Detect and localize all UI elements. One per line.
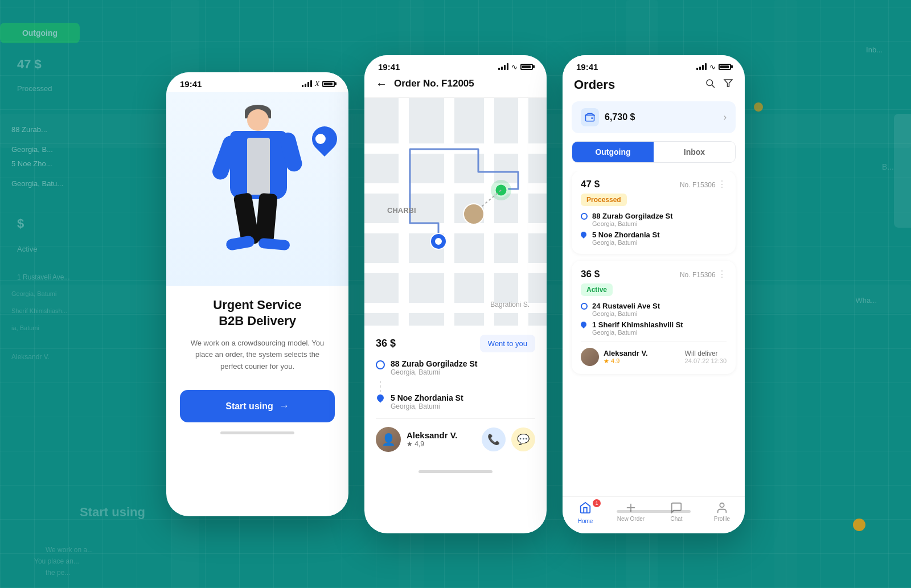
order-2-from-street: 24 Rustaveli Ave St bbox=[592, 302, 660, 310]
battery-icon-3 bbox=[719, 64, 731, 70]
courier-shoe-left bbox=[225, 235, 256, 250]
balance-row[interactable]: 6,730 $ › bbox=[572, 101, 736, 133]
will-deliver-label: Will deliver bbox=[685, 349, 727, 357]
order-1-addresses: 88 Zurab Gorgiladze St Georgia, Batumi 5… bbox=[581, 212, 727, 246]
svg-point-14 bbox=[720, 503, 724, 507]
phone1-text-area: Urgent ServiceB2B Delivery We work on a … bbox=[166, 286, 348, 379]
order-1-status-badge: Processed bbox=[581, 194, 627, 206]
order-2-delivery-status: Will deliver 24.07.22 12:30 bbox=[685, 349, 727, 364]
courier-illustration bbox=[206, 109, 309, 269]
status-icons-1: 𝛸 bbox=[302, 79, 335, 88]
status-time-1: 19:41 bbox=[180, 79, 202, 89]
signal-icon-1 bbox=[302, 80, 312, 87]
order-2-to-icon bbox=[581, 322, 588, 328]
signal-icon-3 bbox=[696, 63, 707, 70]
order-1-from-icon bbox=[581, 213, 588, 220]
start-arrow-icon: → bbox=[279, 400, 289, 412]
message-button[interactable]: 💬 bbox=[511, 427, 535, 451]
to-pin-head bbox=[376, 393, 385, 402]
address-divider bbox=[380, 381, 381, 392]
status-time-2: 19:41 bbox=[378, 62, 400, 72]
order-1-from-row: 88 Zurab Gorgiladze St Georgia, Batumi bbox=[581, 212, 727, 227]
order-1-to-city: Georgia, Batumi bbox=[592, 239, 659, 246]
nav-item-chat[interactable]: Chat bbox=[654, 501, 699, 524]
order-1-price: 47 $ bbox=[581, 179, 600, 190]
order-1-menu-icon[interactable]: ⋮ bbox=[717, 179, 727, 189]
filter-button[interactable] bbox=[723, 78, 733, 91]
nav-chat-label: Chat bbox=[670, 516, 682, 522]
phone-onboarding: 19:41 𝛸 bbox=[166, 72, 348, 516]
balance-chevron-icon: › bbox=[724, 112, 727, 122]
courier-head bbox=[247, 109, 269, 131]
start-using-button[interactable]: Start using → bbox=[180, 390, 335, 422]
illustration-area bbox=[166, 92, 348, 286]
from-address-icon bbox=[376, 360, 385, 369]
order-detail-card: 36 $ Went to you 88 Zurab Gorgiladze St … bbox=[364, 326, 547, 461]
order-2-to-city: Georgia, Batumi bbox=[592, 329, 683, 336]
home-icon bbox=[579, 501, 592, 514]
order-item-2-header: 36 $ No. F15306 ⋮ bbox=[581, 269, 727, 280]
back-button[interactable]: ← bbox=[376, 77, 387, 91]
went-to-you-button[interactable]: Went to you bbox=[480, 335, 535, 352]
order-1-to-icon bbox=[581, 232, 588, 239]
wifi-icon-2: ∿ bbox=[511, 63, 518, 71]
order-1-to-street: 5 Noe Zhordania St bbox=[592, 231, 659, 239]
to-address-icon bbox=[376, 394, 385, 404]
order-2-number: No. F15306 ⋮ bbox=[680, 269, 727, 279]
order-1-from-text: 88 Zurab Gorgiladze St Georgia, Batumi bbox=[592, 212, 673, 227]
courier-name: Aleksandr V. bbox=[407, 430, 458, 440]
order-2-addresses: 24 Rustaveli Ave St Georgia, Batumi 1 Sh… bbox=[581, 302, 727, 336]
order-2-menu-icon[interactable]: ⋮ bbox=[717, 269, 727, 279]
pin-head bbox=[307, 121, 342, 156]
action-buttons: 📞 💬 bbox=[482, 427, 535, 451]
balance-left: 6,730 $ bbox=[581, 108, 635, 126]
order-2-courier-avatar bbox=[581, 348, 599, 366]
courier-preview-left: Aleksandr V. ★ 4.9 bbox=[581, 348, 648, 366]
search-button[interactable] bbox=[705, 78, 715, 91]
order-detail-header: ← Order No. F12005 bbox=[364, 75, 547, 98]
nav-item-profile[interactable]: Profile bbox=[699, 501, 745, 524]
order-1-to-text: 5 Noe Zhordania St Georgia, Batumi bbox=[592, 231, 659, 246]
delivery-time: 24.07.22 12:30 bbox=[685, 357, 727, 364]
map-bagrationi-label: Bagrationi S. bbox=[490, 301, 530, 309]
phone-button[interactable]: 📞 bbox=[482, 427, 506, 451]
home-badge: 1 bbox=[593, 499, 601, 507]
svg-point-3 bbox=[463, 204, 484, 224]
nav-item-new-order[interactable]: New Order bbox=[608, 501, 654, 524]
phone-orders-list: 19:41 ∿ Orders bbox=[563, 55, 745, 533]
map-area: CHARBI Bagrationi S. bbox=[364, 98, 547, 326]
nav-new-order-label: New Order bbox=[617, 516, 645, 522]
order-1-to-row: 5 Noe Zhordania St Georgia, Batumi bbox=[581, 231, 727, 246]
home-indicator-1 bbox=[220, 431, 294, 434]
order-2-from-icon bbox=[581, 303, 588, 310]
home-indicator-3 bbox=[617, 510, 691, 513]
courier-rating: ★ 4,9 bbox=[407, 440, 458, 448]
tab-inbox[interactable]: Inbox bbox=[654, 142, 735, 162]
nav-home-label: Home bbox=[578, 518, 593, 524]
order-1-from-city: Georgia, Batumi bbox=[592, 220, 673, 227]
courier-info: 👤 Aleksandr V. ★ 4,9 bbox=[376, 427, 458, 452]
order-1-from-street: 88 Zurab Gorgiladze St bbox=[592, 212, 673, 220]
nav-profile-label: Profile bbox=[714, 516, 730, 522]
tab-outgoing[interactable]: Outgoing bbox=[572, 142, 654, 162]
status-bar-2: 19:41 ∿ bbox=[364, 55, 547, 75]
status-icons-3: ∿ bbox=[696, 63, 731, 71]
from-city: Georgia, Batumi bbox=[391, 368, 477, 376]
phones-container: 19:41 𝛸 bbox=[166, 55, 745, 533]
svg-point-11 bbox=[592, 117, 593, 118]
courier-shirt bbox=[247, 138, 270, 195]
order-price-row: 36 $ Went to you bbox=[376, 335, 535, 352]
to-street: 5 Noe Zhordania St bbox=[391, 393, 463, 402]
profile-icon bbox=[716, 501, 728, 514]
order-item-1-header: 47 $ No. F15306 ⋮ bbox=[581, 179, 727, 190]
nav-item-home[interactable]: 1 Home bbox=[563, 501, 608, 524]
location-pin-large bbox=[312, 126, 337, 158]
order-2-to-street: 1 Sherif Khimshiashvili St bbox=[592, 320, 683, 329]
battery-icon-2 bbox=[520, 64, 533, 70]
order-2-from-city: Georgia, Batumi bbox=[592, 310, 660, 317]
order-item-1[interactable]: 47 $ No. F15306 ⋮ Processed 88 Zurab Gor… bbox=[572, 171, 736, 254]
order-2-to-text: 1 Sherif Khimshiashvili St Georgia, Batu… bbox=[592, 320, 683, 336]
order-2-courier-name: Aleksandr V. bbox=[604, 349, 648, 357]
order-item-2[interactable]: 36 $ No. F15306 ⋮ Active 24 Rustaveli Av… bbox=[572, 261, 736, 374]
status-bar-3: 19:41 ∿ bbox=[563, 55, 745, 75]
